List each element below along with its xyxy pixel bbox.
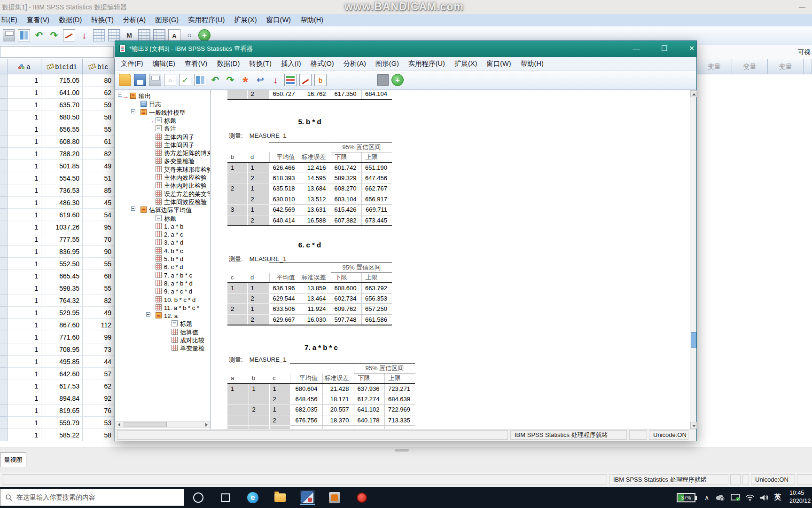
tree-item[interactable]: 莫奇来球形度检验 xyxy=(115,166,211,174)
menu-item[interactable]: 帮助(H) xyxy=(296,14,328,26)
menu-item[interactable]: 格式(O) xyxy=(306,57,339,71)
viewer-maximize-button[interactable]: ❒ xyxy=(654,41,675,56)
data-cell[interactable] xyxy=(0,246,8,258)
data-cell[interactable]: 55 xyxy=(83,123,115,135)
data-cell[interactable]: 62 xyxy=(83,87,115,99)
menu-item[interactable]: 数据(D) xyxy=(54,14,86,26)
data-cell[interactable]: 585.22 xyxy=(41,429,83,441)
data-cell[interactable] xyxy=(0,368,8,380)
show-variables-icon[interactable] xyxy=(284,74,297,86)
editor-minimize-button[interactable]: — xyxy=(799,0,805,13)
data-cell[interactable]: 49 xyxy=(83,307,115,319)
menu-item[interactable]: 扩展(X) xyxy=(450,57,482,71)
data-cell[interactable] xyxy=(0,270,8,282)
data-cell[interactable]: 552.50 xyxy=(41,258,83,270)
partial-pivot-table[interactable]: 2650.72716.762617.350684.104 xyxy=(227,90,392,100)
data-cell[interactable]: 1 xyxy=(8,184,41,197)
use-sets-icon[interactable] xyxy=(377,74,389,86)
record-button[interactable] xyxy=(354,490,369,505)
menu-item[interactable]: 编辑(E) xyxy=(148,57,180,71)
menu-item[interactable]: 分析(A) xyxy=(118,14,150,26)
designate-window-icon[interactable] xyxy=(391,74,404,86)
data-cell[interactable]: 1 xyxy=(8,197,41,209)
display-tray-icon[interactable] xyxy=(728,487,742,508)
goto-chart-icon[interactable] xyxy=(239,74,251,86)
save-icon[interactable] xyxy=(134,74,146,86)
wifi-tray-icon[interactable] xyxy=(743,487,757,508)
data-cell[interactable]: 76 xyxy=(83,405,115,417)
tree-item[interactable]: 4. b * c xyxy=(115,247,211,255)
data-cell[interactable] xyxy=(0,282,8,294)
tree-horizontal-scrollbar[interactable] xyxy=(116,421,210,428)
data-cell[interactable]: 1 xyxy=(8,246,41,258)
undo-icon[interactable] xyxy=(33,29,45,41)
data-cell[interactable]: 85 xyxy=(83,184,115,197)
pivot-table[interactable]: 95% 置信区间bd平均值标准误差下限上限11626.46612.416601.… xyxy=(227,142,392,226)
data-cell[interactable]: 73 xyxy=(83,343,115,356)
edge-button[interactable]: e xyxy=(245,490,260,505)
hidden-icons-chevron[interactable]: ∧ xyxy=(701,487,712,508)
tree-item[interactable]: 6. c * d xyxy=(115,263,211,271)
insert-down-icon[interactable] xyxy=(78,29,90,41)
menu-item[interactable]: 窗口(W) xyxy=(262,14,296,26)
data-cell[interactable] xyxy=(0,405,8,417)
data-cell[interactable]: 495.85 xyxy=(41,356,83,368)
edit-table-icon[interactable] xyxy=(63,29,75,41)
column-header-b1c1d1[interactable]: b1c1d1 xyxy=(41,59,83,74)
data-cell[interactable]: 680.50 xyxy=(41,111,83,123)
data-cell[interactable]: 598.35 xyxy=(41,282,83,294)
designate-window-icon[interactable] xyxy=(198,29,211,41)
table-a-icon[interactable] xyxy=(138,29,150,41)
data-cell[interactable] xyxy=(0,258,8,270)
data-cell[interactable]: 59 xyxy=(83,99,115,111)
collapse-box-icon[interactable] xyxy=(131,206,135,211)
taskbar-clock[interactable]: 10:45 2020/12 xyxy=(789,489,812,505)
bandicam-button[interactable] xyxy=(327,490,342,505)
tree-item[interactable]: 成对比较 xyxy=(115,337,211,345)
data-cell[interactable]: 1 xyxy=(8,123,41,135)
data-cell[interactable]: 1 xyxy=(8,270,41,282)
file-explorer-button[interactable] xyxy=(273,490,288,505)
data-cell[interactable]: 1 xyxy=(8,87,41,99)
insert-icon[interactable] xyxy=(269,74,281,86)
data-cell[interactable]: 619.60 xyxy=(41,209,83,221)
spell-check-icon[interactable] xyxy=(168,29,180,41)
variable-view-tab[interactable]: 量视图 xyxy=(0,452,26,467)
tree-item[interactable]: 9. a * c * d xyxy=(115,288,211,296)
data-cell[interactable]: 49 xyxy=(83,160,115,172)
tree-item[interactable]: 12. a xyxy=(115,312,211,320)
tree-item[interactable]: 5. b * d xyxy=(115,255,211,263)
menu-item[interactable]: 文件(F) xyxy=(116,57,148,71)
tree-item[interactable]: 标题 xyxy=(115,215,211,223)
data-cell[interactable]: 1 xyxy=(8,148,41,160)
data-cell[interactable]: 95 xyxy=(83,221,115,233)
cell-editor-input[interactable] xyxy=(0,46,114,58)
data-cell[interactable]: 55 xyxy=(83,258,115,270)
grid-cells-icon[interactable] xyxy=(108,29,120,41)
data-cell[interactable]: 529.95 xyxy=(41,307,83,319)
export-icon[interactable] xyxy=(179,74,191,86)
collapse-box-icon[interactable] xyxy=(118,93,122,97)
data-cell[interactable]: 1 xyxy=(8,258,41,270)
tree-item[interactable]: →输出 xyxy=(115,93,211,101)
data-cell[interactable]: 771.60 xyxy=(41,331,83,343)
data-cell[interactable] xyxy=(0,331,8,343)
data-cell[interactable] xyxy=(0,343,8,356)
scroll-left-icon[interactable] xyxy=(118,423,120,427)
tree-item[interactable]: 日志 xyxy=(115,101,211,109)
tree-item[interactable]: 主体内效应检验 xyxy=(115,174,211,182)
onedrive-tray-icon[interactable] xyxy=(713,487,727,508)
data-cell[interactable] xyxy=(0,197,8,209)
menu-item[interactable]: 查看(V) xyxy=(180,57,212,71)
data-cell[interactable]: 58 xyxy=(83,111,115,123)
menu-item[interactable]: 分析(A) xyxy=(338,57,370,71)
viewer-minimize-button[interactable]: — xyxy=(625,41,647,56)
menu-item[interactable]: 图形(G) xyxy=(371,57,404,71)
data-cell[interactable]: 58 xyxy=(83,429,115,441)
data-cell[interactable]: 82 xyxy=(83,294,115,307)
data-cell[interactable]: 53 xyxy=(83,417,115,429)
data-cell[interactable] xyxy=(0,356,8,368)
data-cell[interactable]: 894.84 xyxy=(41,392,83,405)
recall-dialog-icon[interactable] xyxy=(254,74,266,86)
hscroll-thumb[interactable] xyxy=(124,422,167,427)
